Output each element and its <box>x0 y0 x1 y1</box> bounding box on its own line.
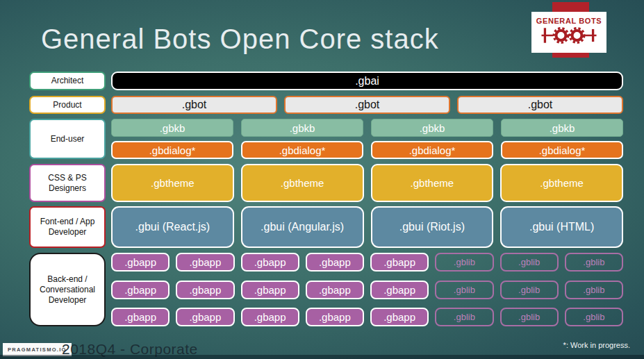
designers-row: CSS & PS Designers .gbtheme .gbtheme .gb… <box>29 164 623 202</box>
backend-subrow: .gbapp .gbapp .gbapp .gbapp .gbapp .gbli… <box>111 281 623 299</box>
gbapp-box: .gbapp <box>241 281 299 299</box>
frontend-row: Font-end / App Developer .gbui (React.js… <box>29 206 623 248</box>
gbkb-box: .gbkb <box>371 119 493 137</box>
product-content: .gbot .gbot .gbot <box>111 96 623 114</box>
gbapp-box: .gbapp <box>370 281 429 299</box>
logo-brand-text: GENERAL BOTS <box>536 17 602 25</box>
gbapp-box: .gbapp <box>111 281 170 299</box>
gbapp-box: .gbapp <box>176 281 234 299</box>
gbai-box: .gbai <box>111 72 623 90</box>
backend-content: .gbapp .gbapp .gbapp .gbapp .gbapp .gbli… <box>111 253 623 326</box>
general-bots-logo: GENERAL BOTS <box>531 12 606 53</box>
gbtheme-box: .gbtheme <box>111 164 234 202</box>
gears-icon <box>538 26 600 48</box>
gbapp-box: .gbapp <box>176 308 234 326</box>
role-label-designers: CSS & PS Designers <box>29 164 106 202</box>
gblib-box: .gblib <box>500 281 559 299</box>
designers-content: .gbtheme .gbtheme .gbtheme .gbtheme <box>111 164 623 202</box>
gblib-box: .gblib <box>565 308 623 326</box>
role-label-frontend: Font-end / App Developer <box>29 206 106 248</box>
backend-row: Back-end / Conversational Developer .gba… <box>29 253 623 326</box>
gbapp-box: .gbapp <box>176 253 234 272</box>
backend-subrow: .gbapp .gbapp .gbapp .gbapp .gbapp .gbli… <box>111 253 623 272</box>
role-label-backend: Back-end / Conversational Developer <box>29 253 106 326</box>
work-in-progress-note: *: Work in progress. <box>563 341 630 349</box>
gbdialog-box: .gbdialog* <box>241 141 363 159</box>
enduser-row: End-user .gbkb .gbkb .gbkb .gbkb .gbdial… <box>29 119 623 159</box>
gbkb-box: .gbkb <box>111 119 233 137</box>
gbot-box: .gbot <box>111 96 277 114</box>
gbdialog-box: .gbdialog* <box>501 141 623 159</box>
gblib-box: .gblib <box>435 308 493 326</box>
gbot-box: .gbot <box>457 96 623 114</box>
enduser-content: .gbkb .gbkb .gbkb .gbkb .gbdialog* .gbdi… <box>111 119 623 159</box>
backend-subrow: .gbapp .gbapp .gbapp .gbapp .gbapp .gbli… <box>111 308 623 326</box>
role-label-text: Architect <box>51 76 84 86</box>
gbapp-box: .gbapp <box>370 308 429 326</box>
gbapp-box: .gbapp <box>306 308 364 326</box>
gblib-box: .gblib <box>565 281 623 299</box>
gbdialog-box: .gbdialog* <box>111 141 233 159</box>
gbapp-box: .gbapp <box>241 253 299 272</box>
role-label-text: Font-end / App Developer <box>34 217 101 237</box>
product-row: Product .gbot .gbot .gbot <box>29 96 623 114</box>
gblib-box: .gblib <box>435 253 493 272</box>
gblib-box: .gblib <box>565 253 623 272</box>
role-label-text: Back-end / Conversational Developer <box>34 274 101 306</box>
role-label-text: CSS & PS Designers <box>34 173 101 194</box>
stack-diagram: Architect .gbai Product .gbot .gbot .gbo… <box>29 72 623 326</box>
gblib-box: .gblib <box>500 253 559 272</box>
gblib-box: .gblib <box>500 308 559 326</box>
gbtheme-box: .gbtheme <box>371 164 494 202</box>
role-label-text: End-user <box>51 134 85 144</box>
bottom-edge-band <box>0 355 644 359</box>
gbkb-subrow: .gbkb .gbkb .gbkb .gbkb <box>111 119 623 137</box>
gbapp-box: .gbapp <box>306 281 364 299</box>
role-label-product: Product <box>29 96 106 114</box>
architect-row: Architect .gbai <box>29 72 623 90</box>
gbapp-box: .gbapp <box>241 308 299 326</box>
gbapp-box: .gbapp <box>111 253 170 272</box>
role-label-text: Product <box>53 100 81 110</box>
gbtheme-box: .gbtheme <box>500 164 623 202</box>
architect-content: .gbai <box>111 72 623 90</box>
gbdialog-box: .gbdialog* <box>371 141 493 159</box>
gbui-box: .gbui (Angular.js) <box>241 206 364 248</box>
page-title: General Bots Open Core stack <box>41 24 439 55</box>
gbot-box: .gbot <box>284 96 450 114</box>
gbdialog-subrow: .gbdialog* .gbdialog* .gbdialog* .gbdial… <box>111 141 623 159</box>
gbapp-box: .gbapp <box>111 308 170 326</box>
gbtheme-box: .gbtheme <box>241 164 364 202</box>
gbkb-box: .gbkb <box>501 119 623 137</box>
gblib-box: .gblib <box>435 281 493 299</box>
slide-canvas: General Bots Open Core stack GENERAL BOT… <box>0 0 644 359</box>
role-label-architect: Architect <box>29 72 106 90</box>
gbui-box: .gbui (HTML) <box>500 206 623 248</box>
gbui-box: .gbui (React.js) <box>111 206 234 248</box>
frontend-content: .gbui (React.js) .gbui (Angular.js) .gbu… <box>111 206 623 248</box>
gbapp-box: .gbapp <box>306 253 364 272</box>
role-label-enduser: End-user <box>29 119 106 159</box>
gbui-box: .gbui (Riot.js) <box>371 206 494 248</box>
gbapp-box: .gbapp <box>370 253 429 272</box>
gbkb-box: .gbkb <box>241 119 363 137</box>
